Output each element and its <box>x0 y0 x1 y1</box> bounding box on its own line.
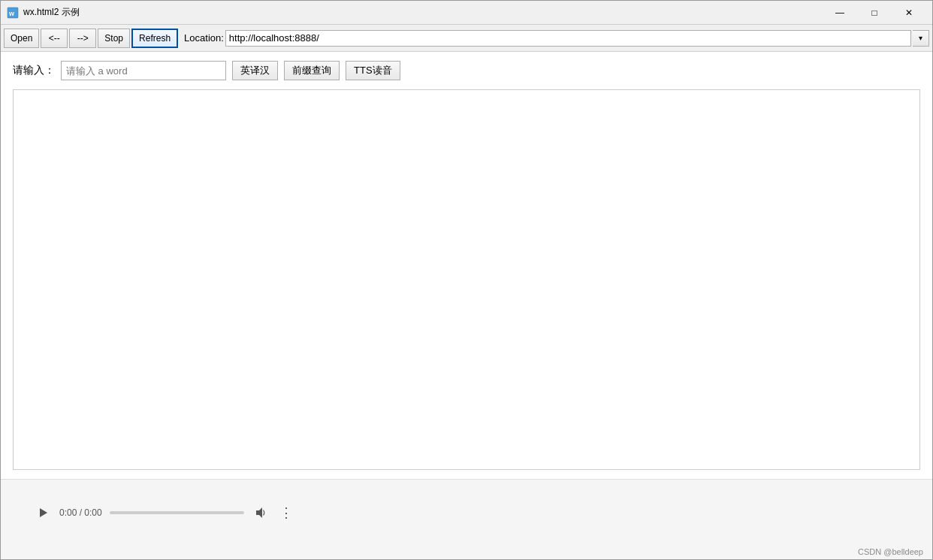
progress-bar[interactable] <box>110 511 244 514</box>
input-row: 请输入： 英译汉 前缀查询 TTS读音 <box>13 61 920 80</box>
forward-button[interactable]: --> <box>69 29 96 48</box>
volume-button[interactable] <box>252 504 270 522</box>
stop-button[interactable]: Stop <box>98 29 130 48</box>
svg-marker-2 <box>40 508 47 517</box>
window-title: wx.html2 示例 <box>23 6 823 19</box>
location-label: Location: <box>184 32 224 44</box>
close-button[interactable]: ✕ <box>892 2 926 24</box>
location-input[interactable] <box>225 30 911 47</box>
minimize-button[interactable]: — <box>823 2 857 24</box>
input-label: 请输入： <box>13 64 55 77</box>
prefix-query-button[interactable]: 前缀查询 <box>284 61 340 80</box>
main-window: w wx.html2 示例 — □ ✕ Open <-- --> Stop Re… <box>0 0 933 560</box>
nav-bar: Open <-- --> Stop Refresh Location: ▾ <box>1 25 932 52</box>
word-input[interactable] <box>61 61 226 80</box>
title-bar: w wx.html2 示例 — □ ✕ <box>1 1 932 25</box>
svg-text:w: w <box>8 10 15 17</box>
audio-player: 0:00 / 0:00 ⋮ <box>22 495 307 531</box>
content-area: 请输入： 英译汉 前缀查询 TTS读音 <box>1 52 932 479</box>
time-display: 0:00 / 0:00 <box>59 507 102 518</box>
open-button[interactable]: Open <box>4 29 39 48</box>
credit-text: CSDN @belldeep <box>858 547 923 556</box>
maximize-button[interactable]: □ <box>857 2 892 24</box>
footer-main: 0:00 / 0:00 ⋮ <box>1 480 932 546</box>
svg-marker-3 <box>256 507 262 518</box>
more-options-button[interactable]: ⋮ <box>277 504 295 522</box>
translate-button[interactable]: 英译汉 <box>232 61 278 80</box>
tts-button[interactable]: TTS读音 <box>346 61 400 80</box>
location-dropdown-button[interactable]: ▾ <box>913 30 929 47</box>
footer-bottom: CSDN @belldeep <box>1 546 932 559</box>
window-controls: — □ ✕ <box>823 2 926 24</box>
result-area <box>13 89 920 470</box>
back-button[interactable]: <-- <box>41 29 68 48</box>
play-button[interactable] <box>34 504 52 522</box>
window-icon: w <box>7 7 19 19</box>
footer: 0:00 / 0:00 ⋮ CSDN @belldeep <box>1 479 932 559</box>
refresh-button[interactable]: Refresh <box>131 29 178 48</box>
